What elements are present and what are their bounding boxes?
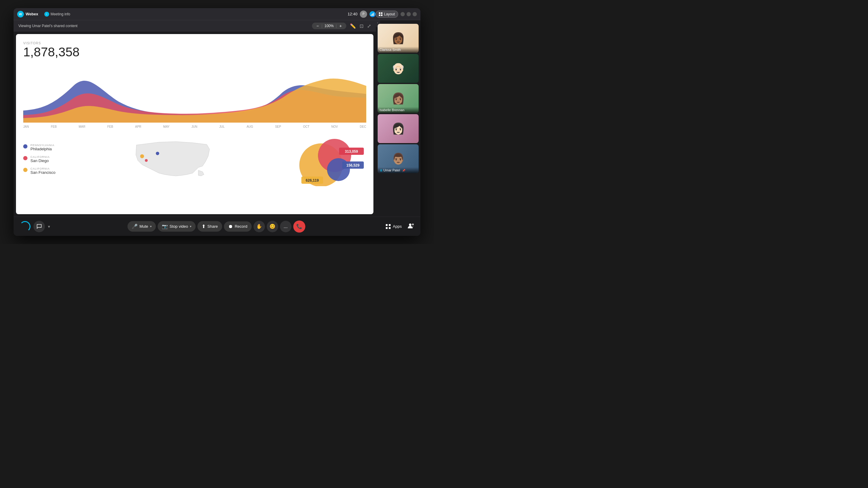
month-apr: APR [135, 125, 141, 128]
participant-card-isabelle: 👩🏽 Isabelle Brennan [378, 84, 418, 113]
mute-icon: 🎤 [132, 224, 138, 229]
visitors-label: VISITORS [23, 41, 366, 45]
meeting-info-button[interactable]: i Meeting info [42, 11, 73, 18]
minimize-button[interactable]: − [401, 12, 405, 16]
main-window: W Webex i Meeting info 12:40 P Layout − … [13, 8, 421, 236]
record-icon: ⏺ [228, 224, 233, 229]
record-button[interactable]: ⏺ Record [224, 221, 252, 232]
reactions-icon: 😊 [270, 224, 276, 229]
layout-button[interactable]: Layout [375, 10, 398, 18]
layout-label: Layout [384, 12, 395, 16]
titlebar-left: W Webex i Meeting info [17, 11, 347, 18]
apps-button[interactable]: Apps [382, 221, 405, 232]
meeting-info-label: Meeting info [51, 12, 70, 16]
svg-rect-7 [381, 14, 382, 16]
bubble-chart-svg: 313,059 156,529 626,119 [288, 132, 366, 186]
stop-video-label: Stop video [170, 224, 188, 229]
end-call-icon: 📞 [296, 224, 302, 229]
mute-button[interactable]: 🎤 Mute ▾ [127, 221, 156, 232]
fullscreen-icon[interactable]: ⤢ [367, 23, 371, 29]
titlebar-right: Layout − □ × [375, 10, 417, 18]
webex-spinner [20, 221, 30, 232]
us-map-svg [131, 134, 215, 184]
svg-rect-1 [372, 14, 372, 16]
chat-button[interactable] [33, 221, 45, 232]
time-display: 12:40 [347, 12, 358, 16]
area-chart [23, 62, 366, 123]
share-label: Share [207, 224, 218, 229]
zoom-value: 100% [324, 24, 335, 28]
svg-text:626,119: 626,119 [306, 178, 319, 183]
share-button[interactable]: ⬆ Share [197, 221, 222, 232]
annotate-icon[interactable]: ✏️ [350, 23, 356, 29]
svg-text:156,529: 156,529 [346, 163, 360, 167]
month-dec: DEC [360, 125, 366, 128]
umar-info: 🖥 Umar Patel 📌 [378, 167, 418, 173]
zoom-in-button[interactable]: + [338, 24, 343, 28]
window-controls: − □ × [401, 12, 417, 16]
legend-text-california1: CALIFORNIA San Diego [30, 156, 50, 163]
svg-point-22 [412, 224, 414, 225]
main-area: Viewing Umar Patel's shared content − | … [13, 20, 421, 217]
chart-inner: VISITORS 1,878,358 JAN FEB [16, 34, 373, 214]
legend-dot-red [23, 156, 27, 160]
zoom-out-button[interactable]: − [315, 24, 320, 28]
maximize-button[interactable]: □ [407, 12, 411, 16]
month-mar: MAR [79, 125, 85, 128]
svg-rect-2 [373, 13, 373, 16]
us-map-area [63, 132, 283, 186]
participants-button[interactable] [408, 223, 414, 230]
mute-caret[interactable]: ▾ [150, 225, 152, 228]
month-labels: JAN FEB MAR FEB APR MAY JUN JUL AUG SEP … [23, 124, 366, 128]
participant4-avatar: 👩🏻 [378, 114, 418, 143]
content-tools: ✏️ ⊡ ⤢ [350, 23, 371, 29]
participants-icon [408, 223, 414, 228]
raise-hand-icon: ✋ [256, 224, 262, 229]
share-icon: ⬆ [202, 224, 206, 229]
raise-hand-button[interactable]: ✋ [253, 221, 265, 232]
isabelle-name: Isabelle Brennan [378, 107, 418, 113]
close-button[interactable]: × [412, 12, 417, 16]
toolbar-center: 🎤 Mute ▾ 📷 Stop video ▾ ⬆ Share ⏺ Record [127, 221, 305, 233]
month-nov: NOV [331, 125, 338, 128]
month-oct: OCT [303, 125, 309, 128]
more-icon: ... [284, 224, 287, 229]
month-feb: FEB [51, 125, 57, 128]
month-jan: JAN [23, 125, 29, 128]
mute-label: Mute [140, 224, 148, 229]
svg-point-21 [409, 224, 411, 226]
svg-rect-18 [389, 224, 391, 226]
clarissa-name: Clarissa Smith [378, 47, 418, 53]
app-name: Webex [26, 12, 38, 16]
participant-card-2: 👴🏻 [378, 54, 418, 83]
chat-icon [36, 224, 42, 229]
avatar-icon: P [360, 10, 367, 18]
svg-rect-19 [386, 227, 388, 229]
sync-icon[interactable]: ⊡ [360, 23, 364, 29]
stop-video-button[interactable]: 📷 Stop video ▾ [158, 221, 195, 232]
content-header: Viewing Umar Patel's shared content − | … [13, 20, 376, 32]
svg-rect-20 [389, 227, 391, 229]
month-jun: JUN [191, 125, 197, 128]
month-aug: AUG [247, 125, 253, 128]
legend: PENNSYLVANIA Philadelphia CALIFORNIA San… [23, 132, 58, 186]
participants-sidebar: ‹ 👩🏾 Clarissa Smith 👴🏻 👩🏽 Isabelle Brenn… [376, 20, 421, 217]
chat-caret[interactable]: ▾ [48, 224, 50, 229]
map-dot-sandiego [145, 159, 147, 162]
month-jul: JUL [219, 125, 225, 128]
signal-icon [370, 11, 375, 17]
svg-text:313,059: 313,059 [345, 150, 358, 154]
end-call-button[interactable]: 📞 [293, 221, 305, 233]
reactions-button[interactable]: 😊 [267, 221, 278, 232]
legend-dot-orange [23, 168, 27, 172]
bubble-chart: 313,059 156,529 626,119 [288, 132, 366, 186]
zoom-divider: | [321, 24, 322, 28]
meeting-info-icon: i [44, 12, 49, 17]
legend-text-pennsylvania: PENNSYLVANIA Philadelphia [30, 144, 55, 151]
shared-content-container: Viewing Umar Patel's shared content − | … [13, 20, 376, 217]
umar-name: Umar Patel [383, 168, 400, 172]
more-button[interactable]: ... [280, 221, 291, 232]
svg-rect-5 [381, 12, 382, 14]
video-caret[interactable]: ▾ [190, 225, 191, 228]
toolbar-right: Apps [382, 221, 414, 232]
